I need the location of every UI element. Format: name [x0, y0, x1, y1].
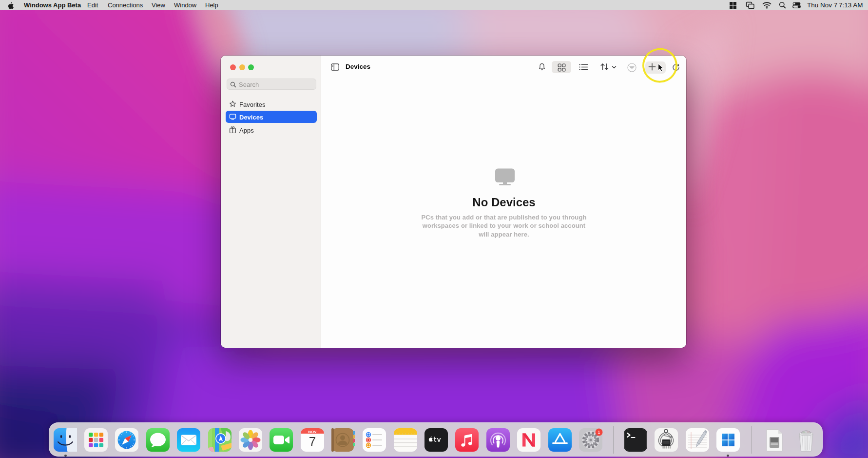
svg-text:NOV: NOV: [308, 430, 317, 434]
svg-text:1: 1: [598, 429, 600, 435]
svg-text:7: 7: [309, 434, 316, 449]
